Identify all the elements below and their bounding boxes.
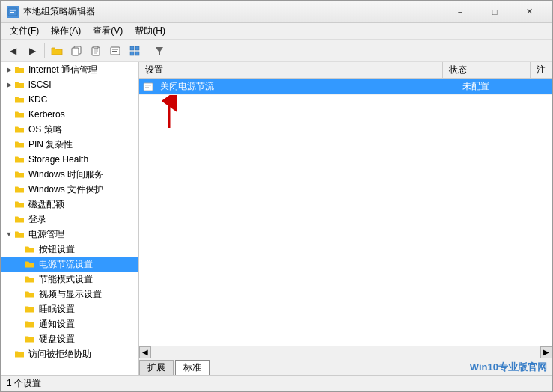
tree-label-internet: Internet 通信管理: [28, 64, 97, 76]
back-button[interactable]: ◀: [4, 42, 22, 60]
svg-rect-15: [130, 52, 134, 55]
menu-file[interactable]: 文件(F): [4, 23, 45, 39]
paste-button[interactable]: [87, 42, 105, 60]
setting-status: 未配置: [456, 80, 546, 93]
tree-label-video-display: 视频与显示设置: [39, 288, 102, 301]
scroll-left-button[interactable]: ◀: [139, 346, 151, 358]
menu-action[interactable]: 操作(A): [45, 23, 87, 39]
titlebar: 本地组策略编辑器 − □ ✕: [1, 1, 552, 23]
scroll-right-button[interactable]: ▶: [540, 346, 552, 358]
svg-rect-1: [10, 10, 16, 11]
menu-help[interactable]: 帮助(H): [129, 23, 171, 39]
tab-standard[interactable]: 标准: [175, 360, 210, 375]
folder-icon-pin: [14, 139, 26, 150]
window-title: 本地组策略编辑器: [23, 5, 443, 18]
settings-button[interactable]: [106, 42, 124, 60]
maximize-button[interactable]: □: [477, 1, 512, 23]
menu-view[interactable]: 查看(V): [87, 23, 129, 39]
svg-rect-12: [112, 51, 117, 52]
minimize-button[interactable]: −: [443, 1, 477, 23]
close-button[interactable]: ✕: [512, 1, 546, 23]
svg-rect-4: [72, 48, 79, 55]
tree-item-os[interactable]: OS 策略: [1, 122, 138, 137]
filter-button[interactable]: [150, 42, 168, 60]
view-button[interactable]: [126, 42, 144, 60]
app-icon: [7, 6, 19, 18]
tree-label-kdc: KDC: [28, 94, 47, 105]
tree-item-hdd[interactable]: 硬盘设置: [1, 331, 138, 346]
horizontal-scrollbar[interactable]: ◀ ▶: [139, 346, 552, 358]
folder-icon-windows-time: [14, 169, 26, 180]
tree-item-power-mgmt[interactable]: ▼ 电源管理: [1, 227, 138, 242]
tree-item-power-mode[interactable]: 节能模式设置: [1, 272, 138, 287]
tree-item-internet[interactable]: ▶ Internet 通信管理: [1, 62, 138, 77]
tree-item-storage[interactable]: Storage Health: [1, 152, 138, 167]
scroll-track[interactable]: [151, 346, 540, 358]
folder-icon-power-mgmt: [14, 229, 26, 239]
tree-item-power-throttle[interactable]: 电源节流设置: [1, 257, 138, 272]
tree-item-windows-time[interactable]: Windows 时间服务: [1, 167, 138, 182]
tree-item-sleep[interactable]: 睡眠设置: [1, 301, 138, 316]
expand-icon-sleep: [14, 304, 25, 314]
expand-icon-os: [4, 124, 14, 135]
expand-icon-storage: [4, 154, 14, 165]
folder-icon-power-mode: [25, 274, 37, 284]
tree-label-disk: 磁盘配额: [28, 198, 64, 211]
tree-item-kdc[interactable]: KDC: [1, 92, 138, 107]
expand-icon-power-mgmt[interactable]: ▼: [4, 229, 14, 239]
tree-item-iscsi[interactable]: ▶ iSCSI: [1, 77, 138, 92]
bottom-bar: 扩展 标准: [139, 358, 552, 375]
expand-icon-power-mode: [14, 274, 25, 284]
tree-item-windows-file[interactable]: Windows 文件保护: [1, 182, 138, 197]
tree-item-video-display[interactable]: 视频与显示设置: [1, 287, 138, 301]
folder-icon-button-settings: [25, 244, 37, 254]
tree-label-windows-time: Windows 时间服务: [28, 168, 103, 181]
tree-panel[interactable]: ▶ Internet 通信管理 ▶ iSCSI KDC: [1, 62, 139, 375]
expand-icon-disk: [4, 199, 14, 209]
tree-item-login[interactable]: 登录: [1, 212, 138, 227]
svg-marker-17: [156, 47, 163, 55]
folder-icon-access-denied: [14, 349, 26, 359]
tab-expand[interactable]: 扩展: [139, 360, 174, 375]
setting-row-close-power-throttle[interactable]: 关闭电源节流 未配置: [139, 79, 552, 95]
setting-name: 关闭电源节流: [157, 80, 456, 93]
arrow-indicator: [159, 95, 180, 130]
folder-icon-login: [14, 214, 26, 224]
folder-icon-storage: [14, 154, 26, 165]
statusbar: 1 个设置: [1, 375, 552, 391]
folder-icon-internet: [14, 64, 26, 75]
tree-label-storage: Storage Health: [28, 154, 88, 165]
expand-icon-kdc: [4, 94, 14, 105]
folder-icon-iscsi: [14, 79, 26, 90]
tree-label-notify: 通知设置: [39, 318, 75, 331]
tree-item-pin[interactable]: PIN 复杂性: [1, 137, 138, 152]
svg-rect-11: [112, 49, 118, 50]
expand-icon-iscsi[interactable]: ▶: [4, 79, 14, 90]
tree-item-kerberos[interactable]: Kerberos: [1, 107, 138, 122]
tree-label-hdd: 硬盘设置: [39, 333, 75, 346]
folder-icon-power-throttle: [25, 259, 37, 269]
tree-label-kerberos: Kerberos: [28, 109, 65, 120]
tree-item-notify[interactable]: 通知设置: [1, 316, 138, 331]
copy-button[interactable]: [67, 42, 85, 60]
folder-icon-windows-file: [14, 184, 26, 195]
expand-icon-power-throttle: [14, 259, 25, 269]
tree-label-os: OS 策略: [28, 123, 62, 136]
folder-icon-kdc: [14, 94, 26, 105]
tree-item-button-settings[interactable]: 按钮设置: [1, 242, 138, 257]
forward-button[interactable]: ▶: [23, 42, 41, 60]
expand-icon-windows-time: [4, 169, 14, 180]
folder-button[interactable]: [48, 42, 66, 60]
svg-rect-21: [145, 87, 149, 88]
tree-label-power-throttle: 电源节流设置: [39, 258, 93, 271]
tree-item-disk[interactable]: 磁盘配额: [1, 197, 138, 212]
tree-item-access-denied[interactable]: 访问被拒绝协助: [1, 346, 138, 361]
svg-rect-6: [94, 46, 98, 49]
expand-icon-windows-file: [4, 184, 14, 195]
expand-icon-button-settings: [14, 244, 25, 254]
svg-rect-2: [10, 12, 14, 13]
expand-icon-access-denied: [4, 349, 14, 359]
expand-icon-internet[interactable]: ▶: [4, 64, 14, 75]
tree-label-pin: PIN 复杂性: [28, 138, 73, 151]
toolbar-separator-1: [44, 43, 45, 58]
